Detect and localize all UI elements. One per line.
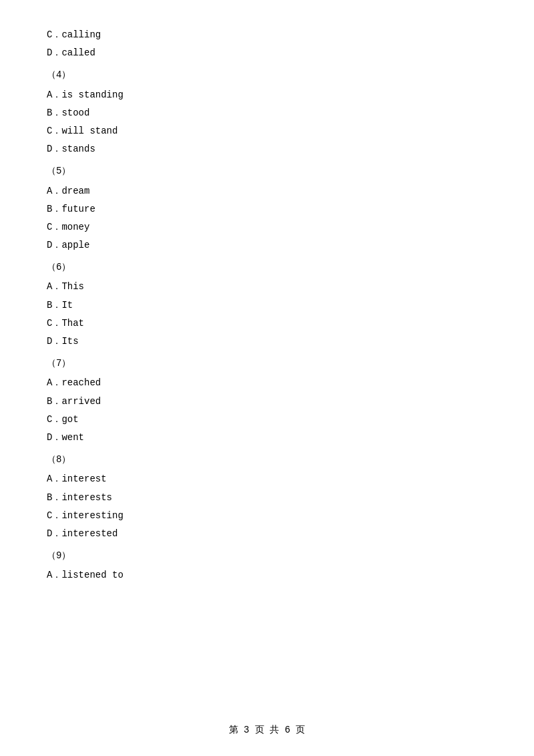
option-b-arrived: B．arrived xyxy=(47,393,487,410)
option-a-dream: A．dream xyxy=(47,183,487,200)
option-label: C．calling xyxy=(47,29,101,40)
option-label: C．interesting xyxy=(47,510,123,521)
option-label: D．called xyxy=(47,47,95,58)
option-label: D．interested xyxy=(47,528,117,539)
option-label: C．got xyxy=(47,414,79,425)
option-a-reached: A．reached xyxy=(47,375,487,391)
option-d-its: D．Its xyxy=(47,333,487,350)
option-a-is-standing: A．is standing xyxy=(47,87,487,104)
option-c-that: C．That xyxy=(47,315,487,332)
question-7-number: （7） xyxy=(47,355,487,372)
question-6-number: （6） xyxy=(47,259,487,276)
page-number-text: 第 3 页 共 6 页 xyxy=(229,725,306,735)
option-c-got: C．got xyxy=(47,411,487,428)
option-c-interesting: C．interesting xyxy=(47,508,487,524)
option-label: B．arrived xyxy=(47,396,101,407)
page-footer: 第 3 页 共 6 页 xyxy=(0,724,534,736)
option-label: B．It xyxy=(47,300,73,311)
option-d-stands: D．stands xyxy=(47,141,487,158)
option-label: A．interest xyxy=(47,474,107,484)
option-b-stood: B．stood xyxy=(47,105,487,122)
option-a-interest: A．interest xyxy=(47,471,487,488)
main-content: C．calling D．called （4） A．is standing B．s… xyxy=(0,0,534,625)
option-label: B．future xyxy=(47,204,95,214)
option-label: C．will stand xyxy=(47,126,117,136)
option-label: D．Its xyxy=(47,336,79,347)
option-c-money: C．money xyxy=(47,219,487,236)
option-label: D．stands xyxy=(47,144,95,154)
option-d-went: D．went xyxy=(47,429,487,446)
option-label: C．money xyxy=(47,222,89,232)
option-label: A．dream xyxy=(47,186,89,196)
question-5-number: （5） xyxy=(47,163,487,180)
option-b-interests: B．interests xyxy=(47,490,487,506)
option-d-called: D．called xyxy=(47,45,487,61)
option-label: A．This xyxy=(47,281,84,292)
option-c-will-stand: C．will stand xyxy=(47,123,487,140)
question-9-number: （9） xyxy=(47,548,487,564)
option-c-calling: C．calling xyxy=(47,27,487,43)
option-label: D．went xyxy=(47,432,84,443)
option-a-this: A．This xyxy=(47,278,487,295)
option-label: A．is standing xyxy=(47,89,123,100)
option-label: A．listened to xyxy=(47,570,123,580)
question-8-number: （8） xyxy=(47,451,487,468)
option-label: B．interests xyxy=(47,492,112,503)
option-b-it: B．It xyxy=(47,297,487,314)
option-a-listened-to: A．listened to xyxy=(47,567,487,584)
option-label: D．apple xyxy=(47,240,89,250)
option-label: C．That xyxy=(47,318,84,329)
option-label: A．reached xyxy=(47,377,101,388)
option-label: B．stood xyxy=(47,108,89,118)
option-d-interested: D．interested xyxy=(47,526,487,542)
option-b-future: B．future xyxy=(47,201,487,218)
question-4-number: （4） xyxy=(47,67,487,83)
option-d-apple: D．apple xyxy=(47,237,487,254)
